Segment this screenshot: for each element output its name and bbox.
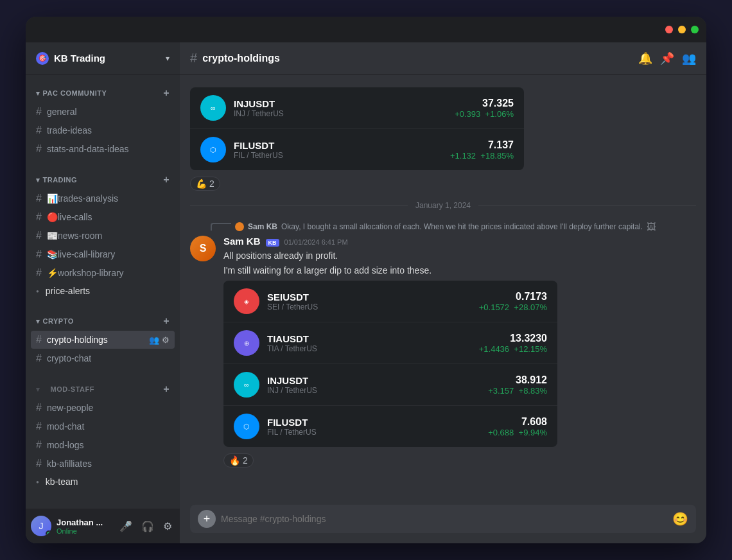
header-actions: 🔔 📌 👥 bbox=[638, 51, 696, 66]
section-mod-staff: ▾ MOD-STAFF + # new-people # mod-chat bbox=[26, 371, 180, 493]
channel-item-new-people[interactable]: # new-people bbox=[31, 399, 175, 417]
hash-icon: # bbox=[36, 143, 42, 155]
reply-preview-row: Sam KB Okay, I bought a small allocation… bbox=[190, 220, 696, 232]
members-icon[interactable]: 👥 bbox=[682, 51, 696, 66]
channel-item-crypto-chat[interactable]: # crypto-chat bbox=[31, 349, 175, 367]
channel-item-kb-afilliates[interactable]: # kb-afilliates bbox=[31, 455, 175, 473]
inj-logo: ∞ bbox=[200, 95, 226, 121]
minimize-dot[interactable] bbox=[678, 26, 686, 33]
maximize-dot[interactable] bbox=[691, 26, 699, 33]
chevron-section-icon: ▾ bbox=[36, 176, 40, 184]
pin-icon[interactable]: 📌 bbox=[660, 51, 674, 66]
reply-line bbox=[211, 223, 231, 231]
message-text-line1: All positions already in profit. bbox=[223, 249, 696, 263]
inj-info: INJUSDT INJ / TetherUS bbox=[234, 98, 447, 118]
section-pac-community: ▾ PAC COMMUNITY + # general # trade-idea… bbox=[26, 74, 180, 161]
channel-item-live-call-library[interactable]: # 📚live-call-library bbox=[31, 245, 175, 263]
settings-button[interactable]: ⚙ bbox=[161, 518, 175, 535]
message-header: Sam KB KB 01/01/2024 6:41 PM bbox=[223, 236, 696, 247]
bullet-icon: ● bbox=[36, 479, 39, 485]
section-header-mod-staff[interactable]: ▾ MOD-STAFF + bbox=[31, 381, 175, 398]
author-badge: KB bbox=[266, 239, 279, 247]
status-dot bbox=[46, 530, 51, 536]
inj-bottom-info: INJUSDT INJ / TetherUS bbox=[267, 375, 480, 395]
crypto-row-sei: ◈ SEIUSDT SEI / TetherUS 0.7173 +0.1572 bbox=[223, 281, 557, 322]
reaction-bottom[interactable]: 🔥 2 bbox=[223, 453, 254, 468]
add-channel-icon[interactable]: + bbox=[163, 87, 170, 99]
inj-bottom-logo: ∞ bbox=[234, 372, 259, 398]
crypto-card-top: ∞ INJUSDT INJ / TetherUS 37.325 +0.393 bbox=[190, 87, 524, 170]
tia-logo: ⊕ bbox=[234, 330, 259, 356]
hash-icon: # bbox=[36, 106, 42, 118]
hash-icon: # bbox=[36, 125, 42, 136]
section-header-trading[interactable]: ▾ TRADING + bbox=[31, 171, 175, 188]
image-icon: 🖼 bbox=[647, 222, 656, 232]
inj-bottom-values: 38.912 +3.157 +8.83% bbox=[488, 374, 547, 396]
fil-logo: ⬡ bbox=[200, 137, 226, 162]
members-icon[interactable]: 👥 bbox=[149, 335, 159, 345]
fil-bottom-info: FILUSDT FIL / TetherUS bbox=[267, 417, 480, 437]
reply-avatar bbox=[235, 222, 244, 231]
channel-item-trades-analysis[interactable]: # 📊trades-analysis bbox=[31, 189, 175, 207]
bullet-icon: ● bbox=[36, 288, 39, 294]
channel-item-stats[interactable]: # stats-and-data-ideas bbox=[31, 140, 175, 158]
tia-info: TIAUSDT TIA / TetherUS bbox=[267, 333, 471, 353]
channel-header: # crypto-holdings 🔔 📌 👥 bbox=[180, 42, 706, 74]
hash-icon: # bbox=[36, 211, 42, 223]
channel-item-live-calls[interactable]: # 🔴live-calls bbox=[31, 208, 175, 226]
emoji-button[interactable]: 😊 bbox=[672, 511, 688, 527]
username: Jonathan ... bbox=[57, 518, 112, 527]
main-message-group: S Sam KB KB 01/01/2024 6:41 PM All posit… bbox=[190, 233, 696, 473]
svg-text:⬡: ⬡ bbox=[243, 423, 250, 430]
hash-icon: # bbox=[36, 458, 42, 469]
fil-info: FILUSDT FIL / TetherUS bbox=[234, 140, 442, 160]
section-header-pac-community[interactable]: ▾ PAC COMMUNITY + bbox=[31, 85, 175, 101]
crypto-row-tia: ⊕ TIAUSDT TIA / TetherUS 13.3230 +1.443 bbox=[223, 322, 557, 364]
channel-item-crypto-holdings[interactable]: # crypto-holdings 👥 ⚙ bbox=[31, 331, 175, 349]
user-avatar: J bbox=[31, 516, 51, 536]
content-area: # crypto-holdings 🔔 📌 👥 ∞ bbox=[180, 42, 706, 543]
message-input-area: + 😊 bbox=[180, 505, 706, 543]
svg-text:∞: ∞ bbox=[211, 104, 216, 112]
add-channel-icon[interactable]: + bbox=[163, 174, 170, 186]
notifications-icon[interactable]: 🔔 bbox=[638, 51, 652, 66]
messages-area[interactable]: ∞ INJUSDT INJ / TetherUS 37.325 +0.393 bbox=[180, 74, 706, 505]
crypto-row-fil-bottom: ⬡ FILUSDT FIL / TetherUS 7.608 +0.688 bbox=[223, 406, 557, 447]
section-header-crypto[interactable]: ▾ CRYPTO + bbox=[31, 313, 175, 329]
crypto-row-inj-bottom: ∞ INJUSDT INJ / TetherUS 38.912 +3.157 bbox=[223, 364, 557, 406]
server-header[interactable]: 🎯 KB Trading ▾ bbox=[26, 42, 180, 74]
chevron-section-icon: ▾ bbox=[36, 385, 40, 394]
message-input-wrapper: + 😊 bbox=[190, 505, 696, 533]
chevron-down-icon: ▾ bbox=[166, 54, 170, 63]
add-channel-icon[interactable]: + bbox=[163, 383, 170, 395]
add-channel-icon[interactable]: + bbox=[163, 315, 170, 327]
channel-item-workshop-library[interactable]: # ⚡workshop-library bbox=[31, 264, 175, 282]
hash-icon: # bbox=[36, 193, 42, 204]
channel-item-mod-logs[interactable]: # mod-logs bbox=[31, 436, 175, 454]
channel-item-price-alerts[interactable]: ● price-alerts bbox=[31, 283, 175, 299]
main-layout: 🎯 KB Trading ▾ ▾ PAC COMMUNITY + # gener… bbox=[26, 42, 706, 543]
message-author: Sam KB bbox=[223, 236, 261, 247]
channel-item-general[interactable]: # general bbox=[31, 103, 175, 121]
close-dot[interactable] bbox=[665, 26, 673, 33]
channel-item-mod-chat[interactable]: # mod-chat bbox=[31, 417, 175, 435]
attach-button[interactable]: + bbox=[198, 510, 216, 528]
deafen-button[interactable]: 🎧 bbox=[139, 518, 157, 535]
user-panel: J Jonathan ... Online 🎤 🎧 ⚙ bbox=[26, 509, 180, 543]
channel-item-trade-ideas[interactable]: # trade-ideas bbox=[31, 121, 175, 139]
mute-button[interactable]: 🎤 bbox=[117, 518, 135, 535]
avatar-initials: S bbox=[190, 236, 216, 261]
top-partial-cards: ∞ INJUSDT INJ / TetherUS 37.325 +0.393 bbox=[190, 85, 696, 191]
server-icon: 🎯 bbox=[36, 52, 49, 65]
settings-icon[interactable]: ⚙ bbox=[162, 335, 170, 345]
inj-values: 37.325 +0.393 +1.06% bbox=[455, 98, 514, 119]
svg-text:⊕: ⊕ bbox=[244, 340, 249, 347]
channel-actions: 👥 ⚙ bbox=[149, 335, 170, 345]
section-crypto: ▾ CRYPTO + # crypto-holdings 👥 ⚙ # crypt… bbox=[26, 302, 180, 371]
message-input[interactable] bbox=[221, 505, 667, 533]
message-avatar: S bbox=[190, 236, 216, 261]
date-separator: January 1, 2024 bbox=[190, 201, 696, 210]
reaction-top[interactable]: 💪 2 bbox=[190, 177, 220, 191]
channel-item-kb-team[interactable]: ● kb-team bbox=[31, 473, 175, 490]
channel-item-news-room[interactable]: # 📰news-room bbox=[31, 227, 175, 245]
